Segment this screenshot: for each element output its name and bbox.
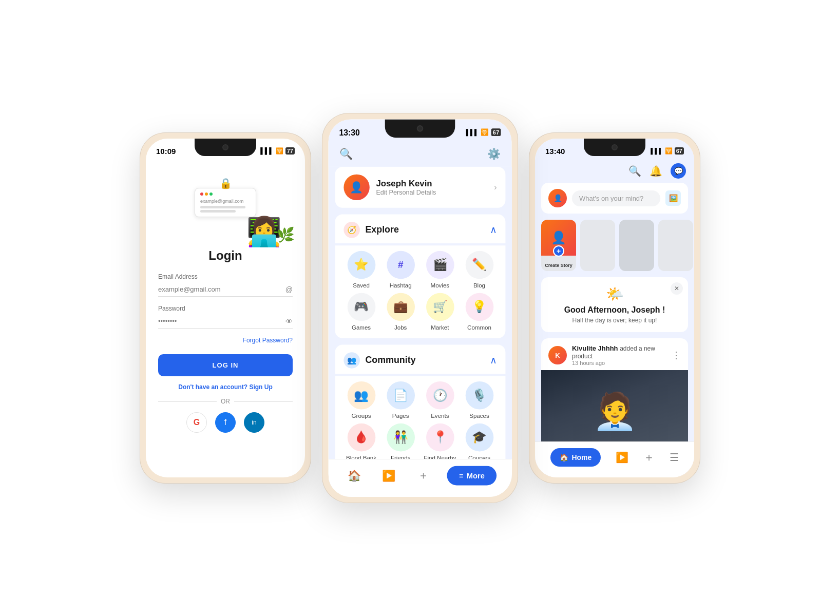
status-icons-right: ▌▌▌ 🛜 67 (651, 147, 684, 155)
jobs-label: Jobs (394, 324, 406, 331)
community-find-nearby[interactable]: 📍 Find Nearby (422, 424, 457, 461)
story-add-btn: + (553, 245, 564, 257)
login-illustration: example@gmail.com 🔒 👩‍💻 🌿 (174, 161, 277, 243)
or-text: OR (221, 398, 230, 405)
saved-icon-circle: ⭐ (347, 251, 375, 279)
lock-icon-illustration: 🔒 (219, 177, 232, 189)
forgot-password-link[interactable]: Forgot Password? (158, 337, 293, 344)
camera-middle (417, 125, 424, 132)
nav-home-btn[interactable]: 🏠 (343, 465, 365, 486)
post-more-btn[interactable]: ⋮ (672, 350, 681, 361)
explore-games[interactable]: 🎮 Games (343, 293, 378, 331)
phone2-bottom-nav: 🏠 ▶️ ＋ ≡ More (329, 459, 512, 497)
explore-icon: 🧭 (343, 222, 360, 238)
explore-collapse-btn[interactable]: ∧ (489, 224, 497, 236)
p3-home-btn[interactable]: 🏠 Home (550, 448, 601, 467)
post-user-info: Kivulite Jhhhh added a new product 13 ho… (572, 344, 666, 366)
search-icon-m[interactable]: 🔍 (339, 147, 353, 160)
story-card-2[interactable] (619, 220, 654, 271)
battery-icon-m: 67 (491, 128, 501, 136)
facebook-login-button[interactable]: f (215, 412, 236, 433)
story-card-3[interactable] (658, 220, 693, 271)
community-friends[interactable]: 👫 Friends (383, 424, 418, 461)
nav-more-btn[interactable]: ≡ More (447, 466, 497, 485)
create-story-card[interactable]: 👤 + Create Story (541, 220, 576, 271)
divider-line-left (158, 401, 217, 402)
post-image-figure: 🧑‍💼 (593, 390, 637, 432)
explore-blog[interactable]: ✏️ Blog (462, 251, 497, 289)
greeting-card: ✕ 🌤️ Good Afternoon, Joseph ! Half the d… (541, 277, 688, 332)
wifi-icon: 🛜 (276, 147, 283, 155)
hashtag-icon-circle: # (386, 251, 414, 279)
email-group: Email Address @ (158, 273, 293, 297)
what-on-mind-input[interactable]: What's on your mind? (572, 190, 660, 206)
phone-menu: 13:30 ▌▌▌ 🛜 67 🔍 ⚙️ 👤 Joseph Kevin (322, 113, 518, 503)
phone3-header: 🔍 🔔 💬 (535, 161, 694, 183)
community-events[interactable]: 🕐 Events (422, 381, 457, 419)
battery-icon: 77 (285, 147, 295, 155)
community-collapse-btn[interactable]: ∧ (489, 354, 497, 366)
explore-jobs[interactable]: 💼 Jobs (383, 293, 418, 331)
pages-icon-circle: 📄 (386, 381, 414, 410)
home-icon-r: 🏠 (560, 453, 568, 461)
find-nearby-icon-circle: 📍 (426, 424, 454, 452)
community-icon-grid: 👥 Groups 📄 Pages 🕐 Events 🎙️ (343, 381, 497, 461)
explore-hashtag[interactable]: # Hashtag (383, 251, 418, 289)
nav-add-btn[interactable]: ＋ (413, 465, 434, 486)
notch-left (195, 139, 256, 156)
p3-video-btn[interactable]: ▶️ (616, 451, 628, 464)
community-courses[interactable]: 🎓 Courses (462, 424, 497, 461)
password-input[interactable] (158, 314, 293, 329)
status-time-right: 13:40 (545, 147, 565, 156)
notification-icon-r[interactable]: 🔔 (650, 165, 662, 177)
profile-info: Joseph Kevin Edit Personal Details (376, 179, 487, 196)
community-pages[interactable]: 📄 Pages (383, 381, 418, 419)
camera-right (612, 144, 618, 150)
google-login-button[interactable]: G (186, 412, 207, 433)
community-label: Community (365, 355, 415, 365)
settings-icon-m[interactable]: ⚙️ (487, 147, 501, 160)
community-blood-bank[interactable]: 🩸 Blood Bank (343, 424, 378, 461)
nav-video-btn[interactable]: ▶️ (378, 465, 399, 486)
linkedin-login-button[interactable]: in (244, 412, 264, 433)
greeting-title: Good Afternoon, Joseph ! (549, 305, 680, 315)
community-spaces[interactable]: 🎙️ Spaces (462, 381, 497, 419)
story-card-1[interactable] (580, 220, 615, 271)
login-title: Login (146, 248, 305, 263)
events-label: Events (431, 413, 449, 419)
spaces-icon-circle: 🎙️ (465, 381, 493, 410)
explore-icon-grid: ⭐ Saved # Hashtag 🎬 Movies ✏️ (343, 251, 497, 331)
chevron-right-icon: › (494, 182, 497, 192)
profile-edit: Edit Personal Details (376, 188, 487, 196)
p3-add-btn[interactable]: ＋ (643, 450, 655, 465)
profile-name: Joseph Kevin (376, 179, 487, 188)
explore-saved[interactable]: ⭐ Saved (343, 251, 378, 289)
signal-icon: ▌▌▌ (260, 147, 274, 155)
messenger-icon[interactable]: 💬 (671, 163, 686, 179)
no-account-text: Don't have an account? Sign Up (158, 383, 293, 391)
blog-label: Blog (473, 282, 485, 289)
p3-menu-btn[interactable]: ☰ (670, 451, 679, 464)
movies-icon-circle: 🎬 (426, 251, 454, 279)
explore-label: Explore (365, 224, 398, 235)
login-button[interactable]: LOG IN (158, 354, 293, 376)
email-input[interactable] (158, 282, 293, 297)
photo-icon[interactable]: 🖼️ (665, 190, 681, 206)
signal-icon-r: ▌▌▌ (651, 148, 662, 154)
greeting-close-btn[interactable]: ✕ (671, 282, 683, 295)
phone-feed: 13:40 ▌▌▌ 🛜 67 🔍 🔔 💬 👤 What's on your mi… (529, 132, 700, 484)
search-icon-r[interactable]: 🔍 (628, 165, 641, 177)
menu-icon: ≡ (459, 471, 464, 480)
events-icon-circle: 🕐 (426, 381, 454, 410)
explore-movies[interactable]: 🎬 Movies (422, 251, 457, 289)
community-groups[interactable]: 👥 Groups (343, 381, 378, 419)
explore-market[interactable]: 🛒 Market (422, 293, 457, 331)
explore-common[interactable]: 💡 Common (462, 293, 497, 331)
common-label: Common (467, 324, 491, 331)
hashtag-label: Hashtag (389, 282, 411, 289)
phone3-body: 👤 What's on your mind? 🖼️ 👤 + Create Sto… (535, 183, 694, 476)
community-section-header: 👥 Community ∧ (335, 344, 505, 374)
status-icons-middle: ▌▌▌ 🛜 67 (466, 128, 501, 136)
profile-row[interactable]: 👤 Joseph Kevin Edit Personal Details › (335, 167, 505, 208)
explore-grid: ⭐ Saved # Hashtag 🎬 Movies ✏️ (335, 245, 505, 338)
